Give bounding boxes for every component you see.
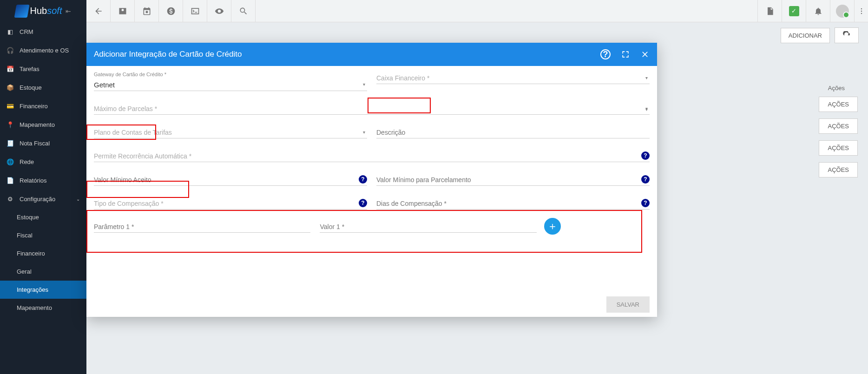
- adicionar-button[interactable]: ADICIONAR: [781, 28, 830, 43]
- sidebar-item-label: Relatórios: [20, 177, 47, 184]
- sidebar-item-label: Financeiro: [20, 103, 48, 110]
- valor-min-parc-field[interactable]: ?: [376, 173, 650, 186]
- dias-comp-field[interactable]: ?: [376, 197, 650, 210]
- pdf-icon[interactable]: [757, 0, 782, 22]
- sidebar-sub-financeiro[interactable]: Financeiro: [0, 244, 86, 262]
- sidebar-item-crm[interactable]: ◧CRM: [0, 22, 86, 41]
- sidebar-sub-estoque[interactable]: Estoque: [0, 208, 86, 226]
- logo-brand: Hub: [30, 6, 47, 16]
- sidebar-item-label: Estoque: [17, 214, 39, 221]
- sidebar-item-mapeamento[interactable]: 📍Mapeamento: [0, 115, 86, 134]
- help-icon[interactable]: ?: [600, 49, 611, 59]
- sidebar-item-rede[interactable]: 🌐Rede: [0, 152, 86, 171]
- valor1-input[interactable]: [320, 220, 536, 233]
- money-icon[interactable]: [159, 0, 183, 22]
- tipo-comp-placeholder[interactable]: Tipo de Compensação *: [94, 197, 367, 210]
- sidebar-item-label: Geral: [17, 268, 32, 275]
- help-icon[interactable]: ?: [641, 199, 650, 207]
- valor-min-parc-input[interactable]: [376, 173, 650, 186]
- acoes-button[interactable]: AÇÕES: [819, 97, 858, 112]
- plano-placeholder[interactable]: Plano de Contas de Tarifas: [94, 126, 367, 138]
- recorrencia-placeholder[interactable]: Permite Recorrência Automática *: [94, 150, 650, 162]
- sidebar-item-label: Fiscal: [17, 232, 33, 239]
- back-icon[interactable]: [86, 0, 111, 22]
- valor-min-input[interactable]: [94, 173, 367, 186]
- bell-icon[interactable]: [806, 0, 830, 22]
- contact-icon[interactable]: [111, 0, 135, 22]
- help-icon[interactable]: ?: [359, 175, 367, 184]
- sidebar-item-tarefas[interactable]: 📅Tarefas: [0, 59, 86, 78]
- sidebar-item-label: Financeiro: [17, 250, 45, 257]
- param1-input[interactable]: [94, 220, 310, 233]
- sidebar-item-label: Mapeamento: [17, 304, 52, 311]
- help-icon[interactable]: ?: [641, 151, 650, 160]
- sidebar-item-estoque[interactable]: 📦Estoque: [0, 78, 86, 97]
- close-icon[interactable]: [640, 50, 650, 59]
- gateway-value[interactable]: Getnet ▾: [94, 78, 367, 91]
- fullscreen-icon[interactable]: [621, 50, 630, 59]
- sidebar-sub-geral[interactable]: Geral: [0, 262, 86, 281]
- caixa-placeholder[interactable]: Caixa Financeiro *: [376, 72, 650, 84]
- logo-text: Hubsoft: [30, 6, 62, 16]
- modal-body: Gateway de Cartão de Crédito * Getnet ▾ …: [86, 66, 657, 292]
- sidebar-item-label: Mapeamento: [20, 121, 55, 128]
- terminal-icon[interactable]: [183, 0, 207, 22]
- sidebar-item-label: Nota Fiscal: [20, 140, 50, 147]
- tasks-check-icon[interactable]: ✓: [782, 0, 806, 22]
- modal-header: Adicionar Integração de Cartão de Crédit…: [86, 43, 657, 66]
- sidebar-item-configuracao[interactable]: ⚙Configuração⌄: [0, 190, 86, 208]
- svg-point-0: [861, 8, 862, 9]
- acoes-button[interactable]: AÇÕES: [819, 140, 858, 156]
- logo-brand2: soft: [47, 6, 62, 16]
- caixa-financeiro-field[interactable]: Caixa Financeiro *: [376, 72, 650, 91]
- dias-comp-input[interactable]: [376, 197, 650, 210]
- gateway-field[interactable]: Gateway de Cartão de Crédito * Getnet ▾: [94, 72, 367, 91]
- collapse-icon[interactable]: ⇤: [66, 7, 71, 15]
- sidebar-item-atendimento[interactable]: 🎧Atendimento e OS: [0, 41, 86, 59]
- sidebar-item-label: CRM: [20, 28, 33, 35]
- logo[interactable]: Hubsoft ⇤: [0, 0, 86, 22]
- max-parcelas-field[interactable]: Máximo de Parcelas * ▾: [94, 102, 650, 115]
- dropdown-arrow-icon: ▾: [363, 82, 365, 87]
- sidebar-sub-integracoes[interactable]: Integrações: [0, 281, 86, 299]
- sidebar-item-financeiro[interactable]: 💳Financeiro: [0, 97, 86, 115]
- svg-point-1: [861, 10, 862, 12]
- topbar-left-icons: [86, 0, 256, 22]
- max-parcelas-placeholder[interactable]: Máximo de Parcelas *: [94, 102, 650, 115]
- acoes-button[interactable]: AÇÕES: [819, 118, 858, 134]
- calendar-icon[interactable]: [135, 0, 159, 22]
- tipo-comp-field[interactable]: Tipo de Compensação * ?: [94, 197, 367, 210]
- sidebar-item-label: Estoque: [20, 84, 42, 91]
- recorrencia-field[interactable]: Permite Recorrência Automática * ?: [94, 150, 650, 162]
- descricao-input[interactable]: [376, 126, 650, 138]
- refresh-button[interactable]: [835, 27, 859, 43]
- gateway-value-text: Getnet: [94, 81, 115, 89]
- acoes-button[interactable]: AÇÕES: [819, 162, 858, 177]
- avatar[interactable]: [830, 0, 854, 22]
- actions-column-header: Ações: [828, 85, 845, 92]
- sidebar-item-relatorios[interactable]: 📄Relatórios: [0, 171, 86, 190]
- eye-icon[interactable]: [207, 0, 231, 22]
- sidebar: ◧CRM 🎧Atendimento e OS 📅Tarefas 📦Estoque…: [0, 22, 86, 374]
- param1-field[interactable]: [94, 220, 310, 233]
- valor1-field[interactable]: [320, 220, 536, 233]
- sidebar-item-label: Atendimento e OS: [20, 47, 69, 54]
- help-icon[interactable]: ?: [641, 175, 650, 184]
- menu-icon[interactable]: [854, 0, 868, 22]
- topbar: Hubsoft ⇤ ✓: [0, 0, 868, 22]
- valor-min-field[interactable]: ?: [94, 173, 367, 186]
- search-icon[interactable]: [231, 0, 256, 22]
- help-icon[interactable]: ?: [359, 199, 367, 207]
- sidebar-item-label: Configuração: [20, 196, 55, 203]
- sidebar-sub-fiscal[interactable]: Fiscal: [0, 226, 86, 244]
- plano-contas-field[interactable]: Plano de Contas de Tarifas: [94, 126, 367, 138]
- sidebar-sub-mapeamento[interactable]: Mapeamento: [0, 299, 86, 317]
- descricao-field[interactable]: [376, 126, 650, 138]
- logo-icon: [14, 5, 29, 18]
- sidebar-item-notafiscal[interactable]: 🧾Nota Fiscal: [0, 134, 86, 152]
- save-button[interactable]: SALVAR: [606, 296, 650, 313]
- modal-footer: SALVAR: [86, 292, 657, 317]
- sidebar-item-label: Integrações: [17, 286, 48, 293]
- topbar-right-icons: ✓: [757, 0, 868, 22]
- add-param-button[interactable]: ＋: [544, 218, 561, 235]
